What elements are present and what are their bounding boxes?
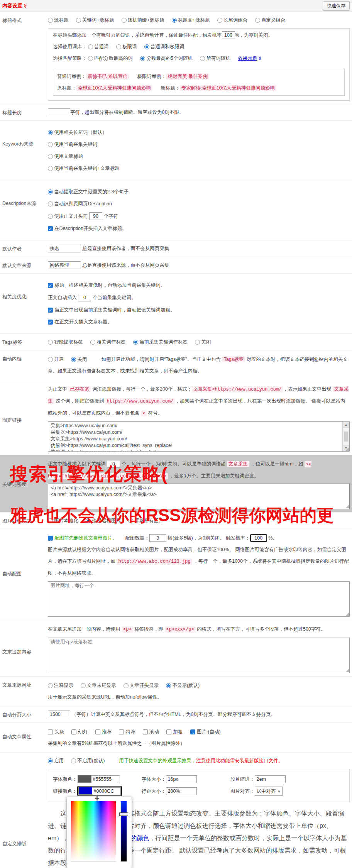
color-gradient-area[interactable] [71, 801, 116, 862]
radio-icon[interactable] [133, 340, 138, 345]
checkbox-icon[interactable] [166, 729, 171, 734]
radio-prefix-source-title[interactable]: 随机前缀+源标题 [122, 17, 164, 23]
radio-icon[interactable] [166, 683, 171, 688]
radio-extreme-words[interactable]: 极限词 [116, 44, 137, 49]
image-probability-input[interactable] [250, 534, 267, 542]
radio-icon[interactable] [122, 18, 127, 23]
radio-best-match[interactable]: 匹配分数最高的词 [88, 56, 133, 61]
checkbox-remove-original-images[interactable]: 配图前先删除原文自带图片。 [48, 535, 117, 541]
radio-all-random[interactable]: 所有词随机 [200, 56, 230, 61]
checkbox-insert-title-in-body[interactable]: 在正文开头插入文章标题。 [48, 318, 350, 325]
checkbox-headline[interactable]: 头条 [48, 729, 64, 734]
radio-show-at-end[interactable]: 文章末尾显示 [81, 683, 116, 688]
radio-original-description[interactable]: 自动识别原网页Description [48, 200, 350, 207]
radio-show-at-start[interactable]: 文章开头显示 [124, 683, 159, 688]
checkbox-special[interactable]: 特荐 [119, 729, 135, 734]
radio-icon[interactable] [48, 357, 53, 362]
radio-icon[interactable] [71, 758, 76, 763]
radio-icon[interactable] [124, 683, 129, 688]
checkbox-icon[interactable] [143, 729, 148, 734]
checkbox-icon[interactable] [48, 283, 53, 288]
checkbox-slideshow[interactable]: 幻灯 [71, 729, 88, 734]
font-color-swatch[interactable] [78, 775, 91, 783]
radio-icon[interactable] [71, 357, 76, 362]
default-origin-input[interactable] [48, 261, 81, 269]
radio-remote-images[interactable]: 使用远程图片 [86, 518, 121, 523]
radio-icon[interactable] [128, 518, 133, 523]
radio-icon[interactable] [48, 340, 53, 345]
radio-related-word-tags[interactable]: 相关词作标签 [90, 339, 125, 345]
radio-normal-words[interactable]: 普通词 [88, 44, 109, 49]
collapse-chevron-icon[interactable]: ≫ [23, 4, 28, 8]
scroll-up-icon[interactable]: ▲ [343, 422, 349, 428]
radio-icon[interactable] [255, 18, 260, 23]
radio-icon[interactable] [76, 18, 81, 23]
radio-icon[interactable] [217, 18, 222, 23]
insert-keywords-count-input[interactable] [78, 294, 91, 301]
image-count-input[interactable] [149, 534, 166, 542]
radio-icon[interactable] [48, 758, 53, 763]
default-author-input[interactable] [48, 245, 81, 252]
page-title-wrap[interactable]: 内容设置≫ [2, 2, 28, 9]
checkbox-icon[interactable] [95, 729, 100, 734]
scroll-thumb[interactable] [344, 431, 348, 442]
fixed-links-textarea[interactable]: 采集>https://www.ucaiyun.com/ 采集器>https://… [48, 421, 350, 452]
radio-auto-extract-sentences[interactable]: 自动提取正文中最重要的2-3个句子 [48, 188, 350, 195]
radio-typo-enable[interactable]: 启用 [48, 758, 64, 763]
color-crosshair-handle[interactable]: + [95, 794, 100, 804]
radio-innerlink-off[interactable]: 关闭 [71, 357, 87, 362]
keyword-density-count-input[interactable] [107, 460, 120, 468]
title-length-input[interactable] [48, 108, 70, 116]
checkbox-scroll[interactable]: 滚动 [143, 729, 159, 734]
radio-icon[interactable] [48, 214, 53, 219]
checkbox-icon[interactable] [48, 320, 53, 325]
checkbox-image-auto[interactable]: 图片 (自动) [190, 729, 221, 734]
checkbox-bold[interactable]: 加粗 [166, 729, 183, 734]
radio-show-as-comment[interactable]: 注释显示 [48, 683, 73, 688]
quick-save-button[interactable]: 快速保存 [323, 1, 350, 11]
radio-smart-tags[interactable]: 智能提取标签 [48, 339, 83, 345]
checkbox-icon[interactable] [71, 729, 76, 734]
radio-icon[interactable] [195, 340, 200, 345]
radio-keywords-plus-title[interactable]: 使用当前采集关键词+文章标题 [48, 165, 350, 172]
radio-block-images[interactable]: 屏蔽所有图片 [128, 518, 163, 523]
radio-current-keywords[interactable]: 使用当前采集关键词 [48, 141, 350, 148]
radio-icon[interactable] [90, 340, 95, 345]
radio-icon[interactable] [48, 518, 53, 523]
radio-innerlink-on[interactable]: 开启 [48, 357, 64, 362]
radio-related-longtail[interactable]: 使用相关长尾词（默认） [48, 129, 350, 136]
radio-typo-disable[interactable]: 不启用(默认) [71, 758, 105, 763]
radio-icon[interactable] [86, 518, 91, 523]
radio-icon[interactable] [200, 56, 205, 61]
checkbox-icon[interactable] [190, 729, 195, 734]
radio-icon[interactable] [48, 142, 53, 147]
link-color-swatch[interactable] [78, 787, 92, 795]
scroll-down-icon[interactable]: ▼ [343, 445, 349, 451]
checkbox-bold-keywords[interactable]: 当正文中出现当前采集关键词时，自动把该关键词加粗。 [48, 306, 350, 313]
pagination-size-input[interactable] [48, 711, 70, 718]
radio-custom-combo[interactable]: 自定义组合 [255, 17, 286, 23]
font-size-input[interactable] [166, 775, 197, 783]
radio-icon[interactable] [88, 56, 93, 61]
radio-top5-random[interactable]: 分数最高的5个词随机 [140, 56, 192, 61]
indent-input[interactable] [255, 775, 286, 783]
radio-both-words[interactable]: 普通词和极限词 [144, 44, 184, 49]
append-textarea[interactable] [48, 638, 350, 673]
radio-icon[interactable] [48, 166, 53, 171]
keyword-density-textarea[interactable]: <a href='https://www.ucaiyun.com/'>采集器</… [48, 484, 350, 509]
checkbox-icon[interactable] [48, 536, 53, 541]
checkbox-recommend[interactable]: 推荐 [95, 729, 112, 734]
radio-icon[interactable] [116, 44, 121, 49]
radio-localize-images[interactable]: 图片本地化 [48, 518, 78, 523]
radio-icon[interactable] [48, 130, 53, 135]
checkbox-add-keywords-low-relevance[interactable]: 标题、描述相关度低时，自动添加当前采集关键词。 [48, 282, 350, 289]
auto-image-textarea[interactable] [48, 581, 350, 617]
first-chars-count-input[interactable] [89, 212, 102, 220]
radio-clickbait-source-title[interactable]: 标题党+源标题 [172, 17, 210, 23]
checkbox-icon[interactable] [48, 729, 53, 734]
brightness-slider[interactable] [120, 801, 127, 862]
radio-icon[interactable] [140, 56, 145, 61]
checkbox-icon[interactable] [119, 729, 124, 734]
image-align-select[interactable]: 居中对齐▼ [255, 787, 283, 796]
demo-link[interactable]: 效果示例≫ [238, 56, 262, 61]
